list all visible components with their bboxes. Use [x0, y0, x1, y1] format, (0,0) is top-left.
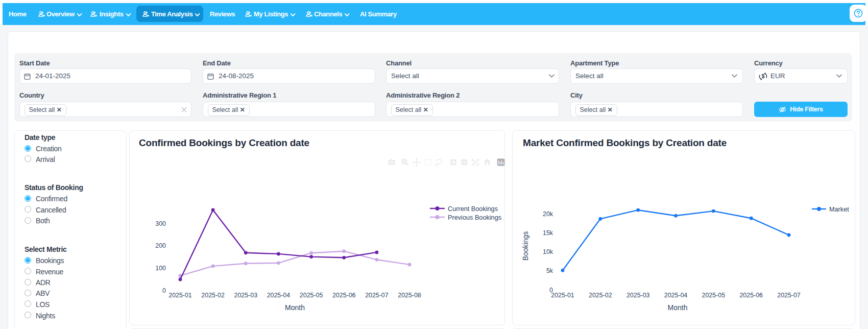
- svg-text:100: 100: [155, 265, 166, 272]
- svg-text:200: 200: [155, 242, 166, 249]
- svg-text:2025-06: 2025-06: [332, 292, 356, 299]
- svg-text:2025-05: 2025-05: [300, 292, 323, 299]
- svg-text:15k: 15k: [543, 229, 553, 237]
- svg-text:2025-04: 2025-04: [664, 292, 688, 299]
- svg-text:Month: Month: [668, 303, 688, 312]
- svg-text:2025-04: 2025-04: [267, 292, 291, 299]
- svg-text:2025-02: 2025-02: [589, 292, 612, 299]
- svg-text:2025-03: 2025-03: [234, 292, 258, 299]
- svg-text:5k: 5k: [546, 267, 553, 274]
- svg-text:0: 0: [162, 287, 166, 294]
- svg-text:2025-05: 2025-05: [702, 292, 726, 299]
- svg-text:300: 300: [155, 220, 166, 227]
- svg-text:2025-03: 2025-03: [626, 292, 650, 299]
- svg-text:2025-06: 2025-06: [739, 292, 763, 299]
- svg-text:2025-08: 2025-08: [398, 292, 421, 299]
- svg-text:Market: Market: [829, 206, 849, 213]
- svg-text:2025-01: 2025-01: [168, 292, 192, 299]
- svg-text:2025-07: 2025-07: [777, 292, 801, 299]
- svg-text:20k: 20k: [543, 210, 553, 218]
- svg-text:2025-02: 2025-02: [201, 292, 225, 299]
- svg-text:Current Bookings: Current Bookings: [448, 205, 498, 213]
- svg-text:10k: 10k: [543, 248, 553, 255]
- svg-text:2025-07: 2025-07: [365, 292, 389, 299]
- svg-text:Previous Bookings: Previous Bookings: [448, 214, 501, 221]
- svg-text:Month: Month: [285, 303, 305, 312]
- svg-text:Bookings: Bookings: [521, 231, 529, 261]
- svg-text:2025-01: 2025-01: [551, 292, 574, 299]
